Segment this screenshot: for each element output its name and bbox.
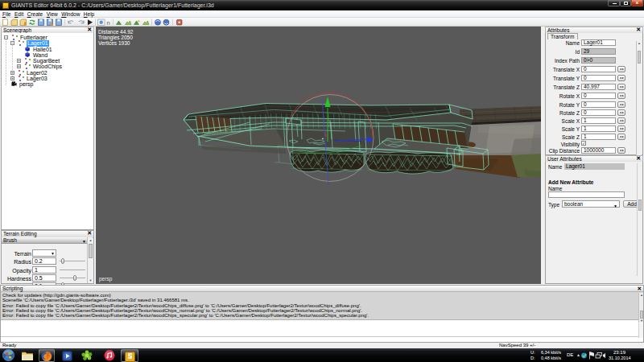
svg-text:persp: persp	[99, 276, 113, 282]
svg-text:Distance 44.92: Distance 44.92	[98, 29, 134, 35]
svg-text:Vertices 1930: Vertices 1930	[98, 40, 130, 46]
svg-text:n: n	[107, 19, 110, 27]
